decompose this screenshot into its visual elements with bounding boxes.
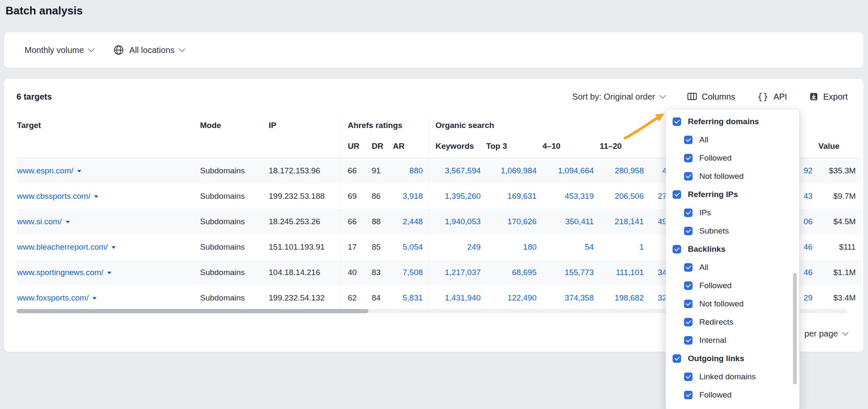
checkbox-checked[interactable] (673, 245, 681, 253)
checkbox-checked[interactable] (673, 190, 681, 199)
target-caret-icon[interactable] (92, 297, 97, 300)
target-link[interactable]: www.cbssports.com/ (17, 192, 90, 200)
pos11-20-link[interactable]: 218,141 (615, 217, 644, 226)
checkbox-checked[interactable] (684, 373, 693, 381)
traffic-partial-link[interactable]: 46 (804, 268, 812, 277)
panel-item-all[interactable]: All (666, 258, 799, 276)
ar-link[interactable]: 5,054 (403, 242, 423, 251)
locations-dropdown[interactable]: All locations (113, 45, 184, 56)
traffic-partial-link[interactable]: 29 (804, 293, 812, 302)
column-header-dr[interactable]: DR (368, 135, 392, 158)
horizontal-scrollbar-thumb[interactable] (17, 309, 368, 313)
checkbox-checked[interactable] (684, 263, 693, 272)
top3-link[interactable]: 169,631 (507, 192, 537, 200)
panel-item-ips[interactable]: IPs (666, 203, 799, 222)
keywords-link[interactable]: 1,217,037 (445, 268, 481, 277)
top3-link[interactable]: 180 (523, 242, 537, 251)
pos4-10-link[interactable]: 350,411 (565, 217, 594, 226)
traffic-partial-link[interactable]: 43 (804, 192, 812, 200)
panel-item-linked-domains[interactable]: Linked domains (666, 367, 799, 386)
panel-scrollbar-thumb[interactable] (793, 273, 797, 384)
top3-link[interactable]: 170,626 (507, 217, 537, 226)
pos11-20-link[interactable]: 111,101 (616, 268, 644, 277)
pos4-10-link[interactable]: 155,773 (565, 268, 594, 277)
target-caret-icon[interactable] (77, 170, 81, 173)
monthly-volume-dropdown[interactable]: Monthly volume (25, 45, 94, 55)
column-header-target[interactable]: Target (17, 116, 200, 158)
columns-button[interactable]: Columns (687, 92, 735, 102)
panel-item-backlinks[interactable]: Backlinks (666, 240, 799, 258)
panel-item-followed[interactable]: Followed (666, 276, 799, 295)
panel-item-not-followed[interactable]: Not followed (666, 295, 799, 313)
per-page-dropdown[interactable]: per page (804, 329, 848, 339)
pos4-10-link[interactable]: 453,319 (565, 192, 594, 200)
column-header-top3[interactable]: Top 3 (486, 135, 542, 158)
panel-item-subnets[interactable]: Subnets (666, 222, 799, 240)
checkbox-checked[interactable] (684, 281, 693, 290)
keywords-link[interactable]: 249 (467, 242, 481, 251)
panel-item-redirects[interactable]: Redirects (666, 313, 799, 331)
target-link[interactable]: www.foxsports.com/ (17, 293, 89, 302)
pos11-20-link[interactable]: 280,958 (615, 166, 644, 175)
pos11-20-link[interactable]: 206,506 (615, 192, 644, 200)
column-header-ur[interactable]: UR (340, 135, 368, 158)
panel-item-outgoing-links[interactable]: Outgoing links (666, 349, 799, 367)
checkbox-checked[interactable] (684, 136, 693, 144)
checkbox-checked[interactable] (684, 227, 693, 235)
checkbox-checked[interactable] (673, 117, 681, 126)
column-header-4-10[interactable]: 4–10 (542, 135, 599, 158)
pos11-20-link[interactable]: 198,682 (615, 293, 644, 302)
target-caret-icon[interactable] (66, 221, 70, 223)
ar-link[interactable]: 5,831 (403, 293, 423, 302)
column-header-ar[interactable]: AR (392, 135, 428, 158)
target-link[interactable]: www.espn.com/ (17, 166, 73, 175)
pos4-10-link[interactable]: 54 (585, 242, 594, 251)
target-link[interactable]: www.bleacherreport.com/ (17, 242, 108, 251)
traffic-partial-link[interactable]: 92 (804, 166, 812, 175)
keywords-link[interactable]: 3,567,594 (445, 166, 481, 175)
panel-item-referring-ips[interactable]: Referring IPs (666, 185, 799, 203)
ar-link[interactable]: 880 (409, 166, 423, 175)
target-caret-icon[interactable] (94, 195, 98, 198)
checkbox-checked[interactable] (673, 354, 681, 363)
checkbox-checked[interactable] (684, 336, 693, 345)
checkbox-checked[interactable] (684, 318, 693, 326)
keywords-link[interactable]: 1,395,260 (445, 192, 481, 200)
panel-item-not-followed[interactable]: Not followed (666, 167, 799, 185)
ar-link[interactable]: 2,448 (403, 217, 423, 226)
traffic-partial-link[interactable]: 06 (804, 217, 812, 226)
column-header-mode[interactable]: Mode (200, 116, 268, 158)
keywords-link[interactable]: 1,431,940 (445, 293, 481, 302)
target-link[interactable]: www.si.com/ (17, 217, 62, 226)
ar-link[interactable]: 7,508 (403, 268, 423, 277)
column-header-keywords[interactable]: Keywords (428, 135, 486, 158)
top3-link[interactable]: 122,490 (507, 293, 537, 302)
panel-item-internal[interactable]: Internal (666, 331, 799, 349)
checkbox-checked[interactable] (684, 154, 693, 162)
panel-item-referring-domains[interactable]: Referring domains (666, 112, 799, 131)
pos4-10-link[interactable]: 1,094,664 (558, 166, 594, 175)
checkbox-checked[interactable] (684, 391, 693, 399)
column-header-11-20[interactable]: 11–20 (599, 135, 649, 158)
api-button[interactable]: {} API (757, 92, 787, 102)
keywords-link[interactable]: 1,940,053 (445, 217, 481, 226)
target-caret-icon[interactable] (111, 246, 116, 249)
ar-link[interactable]: 3,918 (403, 192, 423, 200)
top3-link[interactable]: 68,695 (512, 268, 537, 277)
column-header-ip[interactable]: IP (268, 116, 340, 158)
target-link[interactable]: www.sportingnews.com/ (17, 268, 103, 277)
target-caret-icon[interactable] (107, 272, 111, 274)
checkbox-checked[interactable] (684, 172, 693, 181)
checkbox-checked[interactable] (684, 209, 693, 217)
column-header-value[interactable]: Value (818, 135, 861, 158)
export-button[interactable]: Export (809, 92, 848, 102)
pos4-10-link[interactable]: 374,358 (565, 293, 594, 302)
panel-item-followed[interactable]: Followed (666, 149, 799, 167)
panel-item-followed[interactable]: Followed (666, 386, 799, 404)
top3-link[interactable]: 1,069,984 (501, 166, 537, 175)
checkbox-checked[interactable] (684, 300, 693, 308)
panel-item-all[interactable]: All (666, 131, 799, 149)
pos11-20-link[interactable]: 1 (639, 242, 644, 251)
sort-by-dropdown[interactable]: Sort by: Original order (572, 92, 665, 102)
traffic-partial-link[interactable]: 46 (804, 242, 812, 251)
